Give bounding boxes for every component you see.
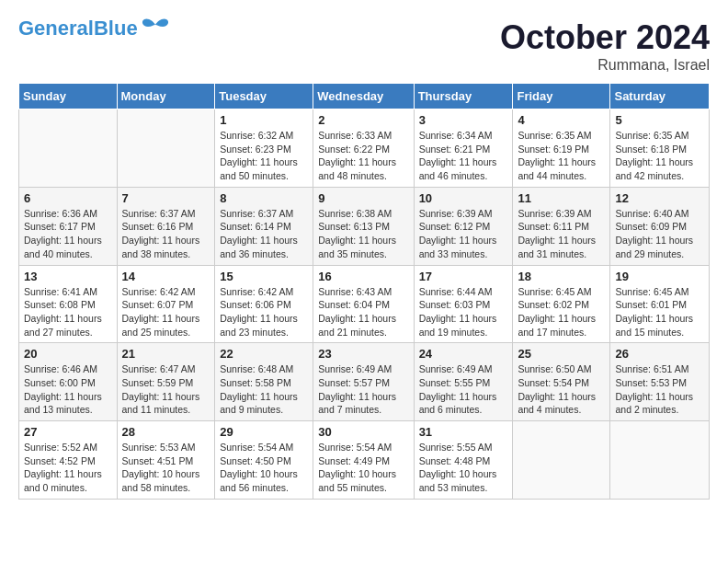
day-info: Sunrise: 6:35 AM Sunset: 6:19 PM Dayligh… bbox=[518, 129, 605, 183]
day-number: 2 bbox=[318, 113, 408, 127]
calendar-cell: 8Sunrise: 6:37 AM Sunset: 6:14 PM Daylig… bbox=[215, 187, 313, 265]
weekday-header-wednesday: Wednesday bbox=[313, 84, 414, 109]
calendar-cell: 2Sunrise: 6:33 AM Sunset: 6:22 PM Daylig… bbox=[313, 109, 414, 188]
day-info: Sunrise: 6:41 AM Sunset: 6:08 PM Dayligh… bbox=[24, 285, 112, 339]
logo-blue: Blue bbox=[94, 17, 138, 40]
day-info: Sunrise: 5:53 AM Sunset: 4:51 PM Dayligh… bbox=[122, 441, 210, 495]
day-number: 4 bbox=[518, 113, 605, 127]
calendar-cell: 25Sunrise: 6:50 AM Sunset: 5:54 PM Dayli… bbox=[513, 343, 610, 421]
day-info: Sunrise: 6:45 AM Sunset: 6:01 PM Dayligh… bbox=[615, 285, 704, 339]
calendar-cell: 31Sunrise: 5:55 AM Sunset: 4:48 PM Dayli… bbox=[414, 421, 513, 500]
calendar-cell: 22Sunrise: 6:48 AM Sunset: 5:58 PM Dayli… bbox=[215, 343, 313, 421]
calendar-cell bbox=[513, 421, 610, 500]
calendar-cell: 12Sunrise: 6:40 AM Sunset: 6:09 PM Dayli… bbox=[610, 187, 710, 265]
calendar-cell: 21Sunrise: 6:47 AM Sunset: 5:59 PM Dayli… bbox=[117, 343, 215, 421]
day-info: Sunrise: 6:32 AM Sunset: 6:23 PM Dayligh… bbox=[220, 129, 308, 183]
calendar-cell: 5Sunrise: 6:35 AM Sunset: 6:18 PM Daylig… bbox=[610, 109, 710, 188]
calendar-cell: 29Sunrise: 5:54 AM Sunset: 4:50 PM Dayli… bbox=[215, 421, 313, 500]
day-info: Sunrise: 6:37 AM Sunset: 6:14 PM Dayligh… bbox=[220, 207, 308, 261]
day-info: Sunrise: 6:49 AM Sunset: 5:55 PM Dayligh… bbox=[419, 362, 508, 417]
calendar-cell: 14Sunrise: 6:42 AM Sunset: 6:07 PM Dayli… bbox=[117, 265, 215, 343]
day-info: Sunrise: 6:51 AM Sunset: 5:53 PM Dayligh… bbox=[615, 362, 704, 417]
day-number: 15 bbox=[220, 270, 308, 283]
day-number: 17 bbox=[419, 270, 508, 283]
weekday-header-friday: Friday bbox=[513, 84, 610, 109]
day-number: 27 bbox=[24, 425, 112, 439]
calendar-cell: 30Sunrise: 5:54 AM Sunset: 4:49 PM Dayli… bbox=[313, 421, 414, 500]
title-block: October 2024 Rummana, Israel bbox=[500, 18, 710, 74]
day-info: Sunrise: 6:42 AM Sunset: 6:07 PM Dayligh… bbox=[122, 285, 210, 339]
day-info: Sunrise: 6:37 AM Sunset: 6:16 PM Dayligh… bbox=[122, 207, 210, 261]
day-info: Sunrise: 6:43 AM Sunset: 6:04 PM Dayligh… bbox=[318, 285, 408, 339]
day-number: 19 bbox=[615, 270, 704, 283]
page-header: GeneralBlue October 2024 Rummana, Israel bbox=[18, 18, 710, 74]
weekday-header-monday: Monday bbox=[117, 84, 215, 109]
calendar-cell: 19Sunrise: 6:45 AM Sunset: 6:01 PM Dayli… bbox=[610, 265, 710, 343]
calendar-cell: 28Sunrise: 5:53 AM Sunset: 4:51 PM Dayli… bbox=[117, 421, 215, 500]
calendar-week-row: 6Sunrise: 6:36 AM Sunset: 6:17 PM Daylig… bbox=[19, 187, 710, 265]
day-info: Sunrise: 6:39 AM Sunset: 6:12 PM Dayligh… bbox=[419, 207, 508, 261]
day-number: 21 bbox=[122, 347, 210, 361]
calendar-cell: 20Sunrise: 6:46 AM Sunset: 6:00 PM Dayli… bbox=[19, 343, 118, 421]
day-number: 14 bbox=[122, 270, 210, 283]
day-number: 8 bbox=[220, 191, 308, 205]
calendar-cell: 3Sunrise: 6:34 AM Sunset: 6:21 PM Daylig… bbox=[414, 109, 513, 188]
calendar-cell: 26Sunrise: 6:51 AM Sunset: 5:53 PM Dayli… bbox=[610, 343, 710, 421]
day-number: 10 bbox=[419, 191, 508, 205]
day-info: Sunrise: 6:44 AM Sunset: 6:03 PM Dayligh… bbox=[419, 285, 508, 339]
day-number: 29 bbox=[220, 425, 308, 439]
calendar-week-row: 20Sunrise: 6:46 AM Sunset: 6:00 PM Dayli… bbox=[19, 343, 710, 421]
calendar-week-row: 1Sunrise: 6:32 AM Sunset: 6:23 PM Daylig… bbox=[19, 109, 710, 188]
logo: GeneralBlue bbox=[18, 18, 170, 39]
day-number: 23 bbox=[318, 347, 408, 361]
day-number: 28 bbox=[122, 425, 210, 439]
day-info: Sunrise: 6:33 AM Sunset: 6:22 PM Dayligh… bbox=[318, 129, 408, 183]
weekday-header-sunday: Sunday bbox=[19, 84, 118, 109]
calendar-cell bbox=[19, 109, 118, 188]
day-number: 1 bbox=[220, 113, 308, 127]
calendar-cell: 10Sunrise: 6:39 AM Sunset: 6:12 PM Dayli… bbox=[414, 187, 513, 265]
day-number: 9 bbox=[318, 191, 408, 205]
day-number: 16 bbox=[318, 270, 408, 283]
calendar-cell: 11Sunrise: 6:39 AM Sunset: 6:11 PM Dayli… bbox=[513, 187, 610, 265]
calendar-week-row: 13Sunrise: 6:41 AM Sunset: 6:08 PM Dayli… bbox=[19, 265, 710, 343]
day-info: Sunrise: 6:39 AM Sunset: 6:11 PM Dayligh… bbox=[518, 207, 605, 261]
logo-general: General bbox=[18, 17, 94, 40]
day-number: 6 bbox=[24, 191, 112, 205]
day-info: Sunrise: 5:52 AM Sunset: 4:52 PM Dayligh… bbox=[24, 441, 112, 495]
day-info: Sunrise: 6:50 AM Sunset: 5:54 PM Dayligh… bbox=[518, 362, 605, 417]
weekday-header-saturday: Saturday bbox=[610, 84, 710, 109]
calendar-cell: 27Sunrise: 5:52 AM Sunset: 4:52 PM Dayli… bbox=[19, 421, 118, 500]
calendar-week-row: 27Sunrise: 5:52 AM Sunset: 4:52 PM Dayli… bbox=[19, 421, 710, 500]
calendar-cell: 4Sunrise: 6:35 AM Sunset: 6:19 PM Daylig… bbox=[513, 109, 610, 188]
calendar-cell bbox=[610, 421, 710, 500]
month-title: October 2024 bbox=[500, 18, 710, 57]
day-number: 18 bbox=[518, 270, 605, 283]
day-number: 24 bbox=[419, 347, 508, 361]
day-info: Sunrise: 6:47 AM Sunset: 5:59 PM Dayligh… bbox=[122, 362, 210, 417]
day-number: 7 bbox=[122, 191, 210, 205]
calendar-cell: 7Sunrise: 6:37 AM Sunset: 6:16 PM Daylig… bbox=[117, 187, 215, 265]
day-info: Sunrise: 6:45 AM Sunset: 6:02 PM Dayligh… bbox=[518, 285, 605, 339]
day-number: 11 bbox=[518, 191, 605, 205]
day-number: 5 bbox=[615, 113, 704, 127]
location: Rummana, Israel bbox=[500, 57, 710, 74]
day-info: Sunrise: 6:36 AM Sunset: 6:17 PM Dayligh… bbox=[24, 207, 112, 261]
day-info: Sunrise: 6:46 AM Sunset: 6:00 PM Dayligh… bbox=[24, 362, 112, 417]
logo-bird-icon bbox=[141, 17, 170, 36]
day-number: 26 bbox=[615, 347, 704, 361]
day-info: Sunrise: 6:34 AM Sunset: 6:21 PM Dayligh… bbox=[419, 129, 508, 183]
calendar-cell: 13Sunrise: 6:41 AM Sunset: 6:08 PM Dayli… bbox=[19, 265, 118, 343]
logo-text: GeneralBlue bbox=[18, 18, 138, 39]
calendar-cell: 17Sunrise: 6:44 AM Sunset: 6:03 PM Dayli… bbox=[414, 265, 513, 343]
day-number: 3 bbox=[419, 113, 508, 127]
day-info: Sunrise: 6:48 AM Sunset: 5:58 PM Dayligh… bbox=[220, 362, 308, 417]
day-number: 20 bbox=[24, 347, 112, 361]
calendar-cell: 6Sunrise: 6:36 AM Sunset: 6:17 PM Daylig… bbox=[19, 187, 118, 265]
day-number: 25 bbox=[518, 347, 605, 361]
day-number: 30 bbox=[318, 425, 408, 439]
day-info: Sunrise: 6:35 AM Sunset: 6:18 PM Dayligh… bbox=[615, 129, 704, 183]
day-info: Sunrise: 5:55 AM Sunset: 4:48 PM Dayligh… bbox=[419, 441, 508, 495]
calendar-table: SundayMondayTuesdayWednesdayThursdayFrid… bbox=[18, 83, 710, 500]
calendar-cell: 1Sunrise: 6:32 AM Sunset: 6:23 PM Daylig… bbox=[215, 109, 313, 188]
